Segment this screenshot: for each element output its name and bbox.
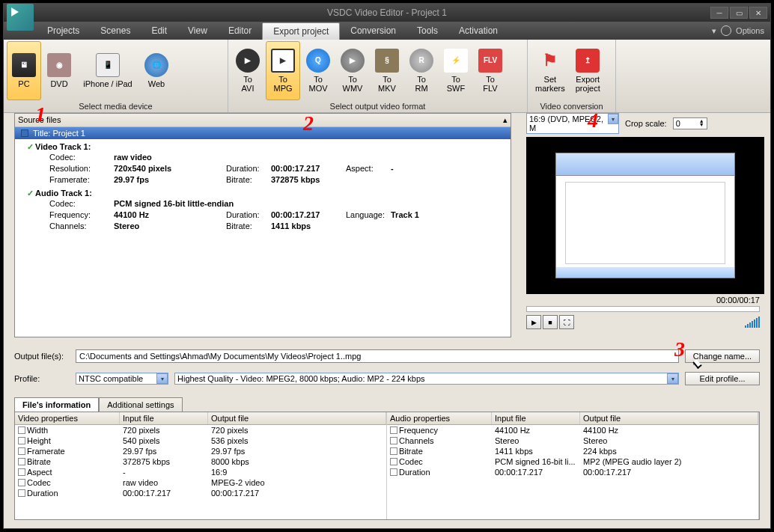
gear-icon[interactable] [721, 25, 731, 36]
preview-panel: 16:9 (DVD, MPEG2, M▾ Crop scale: 0▲▼ 00:… [526, 113, 760, 329]
close-button[interactable]: ✕ [749, 7, 767, 19]
export-project-button[interactable]: ↥Export project [571, 41, 605, 100]
quality-select[interactable]: Highest Quality - Video: MPEG2, 8000 kbp… [174, 373, 679, 385]
property-row: Width720 pixels720 pixels [15, 425, 386, 435]
checkbox[interactable] [390, 437, 397, 444]
seek-bar[interactable] [526, 306, 760, 312]
property-row: Bitrate372875 kbps8000 kbps [15, 456, 386, 467]
menu-editor[interactable]: Editor [218, 22, 262, 39]
device-dvd-button[interactable]: ◉DVD [43, 41, 76, 100]
menu-edit[interactable]: Edit [141, 22, 177, 39]
device-web-button[interactable]: 🌐Web [140, 41, 173, 100]
titlebar: VSDC Video Editor - Project 1 ─ ▭ ✕ [4, 4, 770, 22]
checkbox[interactable] [390, 468, 397, 476]
options-link[interactable]: Options [736, 26, 764, 35]
checkbox[interactable] [18, 437, 25, 444]
checkbox[interactable] [18, 447, 25, 455]
checkbox[interactable] [18, 458, 25, 465]
video-properties-column: Video propertiesInput fileOutput file Wi… [15, 412, 387, 519]
preview-thumbnail [555, 153, 735, 278]
checkbox[interactable] [18, 426, 25, 434]
set-markers-button[interactable]: ⚑Set markers [531, 41, 570, 100]
crop-scale-input[interactable]: 0▲▼ [673, 117, 707, 129]
avi-icon: ▶ [236, 49, 260, 73]
minimize-button[interactable]: ─ [710, 7, 728, 19]
maximize-button[interactable]: ▭ [730, 7, 748, 19]
app-window: VSDC Video Editor - Project 1 ─ ▭ ✕ Proj… [3, 3, 771, 529]
property-row: Height540 pixels536 pixels [15, 435, 386, 446]
menu-activation[interactable]: Activation [448, 22, 508, 39]
format-mkv-button[interactable]: §To MKV [371, 41, 403, 100]
menubar: Projects Scenes Edit View Editor Export … [4, 22, 770, 40]
annotation-2: 2 [303, 111, 314, 135]
check-icon: ✓ [27, 142, 34, 151]
export-icon: ↥ [576, 49, 600, 73]
menu-conversion[interactable]: Conversion [340, 22, 406, 39]
tab-additional-settings[interactable]: Additional settings [99, 397, 182, 412]
swf-icon: ⚡ [444, 49, 468, 73]
menu-projects[interactable]: Projects [37, 22, 90, 39]
property-row: Frequency44100 Hz44100 Hz [387, 425, 758, 435]
iphone-icon: 📱 [96, 53, 120, 77]
menu-view[interactable]: View [177, 22, 218, 39]
annotation-3: 3 [674, 337, 685, 361]
checkbox[interactable] [18, 489, 25, 497]
flag-icon: ⚑ [538, 49, 562, 73]
device-pc-button[interactable]: 🖥PC [7, 41, 41, 100]
profile-select[interactable]: NTSC compatible▾ [76, 373, 168, 385]
ribbon-group-label: Video conversion [531, 100, 612, 111]
format-rm-button[interactable]: RTo RM [405, 41, 438, 100]
edit-profile-button[interactable]: Edit profile... [685, 372, 760, 385]
dropdown-icon[interactable]: ▾ [712, 26, 716, 36]
menu-tools[interactable]: Tools [406, 22, 448, 39]
window-title: VSDC Video Editor - Project 1 [327, 7, 447, 18]
wmv-icon: ▶ [341, 49, 365, 73]
mkv-icon: § [375, 49, 399, 73]
format-mov-button[interactable]: QTo MOV [302, 41, 335, 100]
fullscreen-button[interactable]: ⛶ [559, 315, 574, 329]
play-button[interactable]: ▶ [526, 315, 541, 329]
format-flv-button[interactable]: FLVTo FLV [474, 41, 507, 100]
menu-export-project[interactable]: Export project [262, 22, 340, 40]
collapse-icon[interactable]: ▴ [503, 115, 508, 125]
stop-button[interactable]: ■ [543, 315, 558, 329]
property-row: Aspect-16:9 [15, 467, 386, 477]
project-title-row[interactable]: Title: Project 1 [15, 127, 511, 139]
property-row: Framerate29.97 fps29.97 fps [15, 446, 386, 456]
check-icon: ✓ [27, 189, 34, 198]
checkbox[interactable] [390, 458, 397, 465]
checkbox[interactable] [18, 479, 25, 486]
property-row: Duration00:00:17.21700:00:17.217 [387, 467, 758, 477]
annotation-1: 1 [35, 103, 46, 126]
checkbox[interactable] [390, 447, 397, 455]
format-wmv-button[interactable]: ▶To WMV [336, 41, 369, 100]
volume-indicator[interactable] [745, 317, 760, 328]
crop-scale-label: Crop scale: [625, 119, 667, 128]
aspect-ratio-select[interactable]: 16:9 (DVD, MPEG2, M▾ [526, 113, 619, 134]
format-swf-button[interactable]: ⚡To SWF [439, 41, 472, 100]
device-iphone-button[interactable]: 📱iPhone / iPad [77, 41, 138, 100]
chevron-down-icon: ▾ [156, 373, 168, 384]
format-mpg-button[interactable]: ▶To MPG [266, 41, 300, 100]
property-row: ChannelsStereoStereo [387, 435, 758, 446]
time-display: 00:00/00:17 [526, 294, 760, 306]
pc-icon: 🖥 [12, 53, 36, 77]
property-row: Codecraw videoMPEG-2 video [15, 477, 386, 488]
property-row: CodecPCM signed 16-bit li...MP2 (MPEG au… [387, 456, 758, 467]
flv-icon: FLV [478, 49, 502, 73]
ribbon-group-label: Select output video format [231, 100, 524, 111]
source-files-panel: Source files▴ Title: Project 1 ✓Video Tr… [14, 113, 511, 337]
output-file-path[interactable]: C:\Documents and Settings\Ahmad\My Docum… [76, 349, 679, 363]
output-file-label: Output file(s): [14, 352, 70, 361]
menu-scenes[interactable]: Scenes [90, 22, 141, 39]
profile-label: Profile: [14, 374, 70, 383]
mouse-cursor: ↖ [692, 360, 703, 373]
chevron-down-icon: ▾ [667, 373, 678, 384]
mov-icon: Q [306, 49, 330, 73]
format-avi-button[interactable]: ▶To AVI [231, 41, 264, 100]
checkbox[interactable] [18, 468, 25, 476]
web-icon: 🌐 [144, 53, 168, 77]
checkbox[interactable] [390, 426, 397, 434]
ribbon: 🖥PC ◉DVD 📱iPhone / iPad 🌐Web Select medi… [4, 40, 770, 113]
tab-file-info[interactable]: File's information [14, 397, 99, 412]
